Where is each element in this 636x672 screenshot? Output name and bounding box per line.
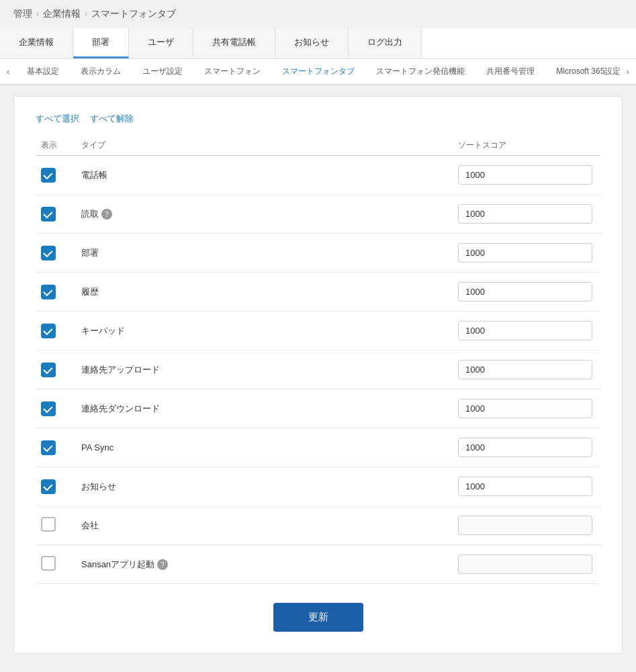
deselect-all-link[interactable]: すべて解除 — [90, 113, 134, 125]
sub-tabs-right-arrow[interactable]: › — [620, 61, 636, 82]
score-input-contactDownload[interactable] — [458, 399, 592, 418]
table-row: 読取? — [36, 195, 600, 234]
score-input-contactUpload[interactable] — [458, 360, 592, 379]
checkbox-oshirase[interactable] — [41, 479, 56, 494]
table-row: キーパッド — [36, 311, 600, 350]
table-row: 電話帳 — [36, 156, 600, 195]
table-row: Sansanアプリ起動? — [36, 545, 600, 584]
breadcrumb-item-1: 管理 — [13, 8, 32, 20]
type-label-rireki: 履歴 — [81, 287, 99, 297]
checkbox-keypad[interactable] — [41, 324, 56, 338]
score-input-busho[interactable] — [458, 243, 592, 262]
tab-user[interactable]: ユーザ — [129, 28, 193, 58]
type-label-busho: 部署 — [81, 248, 99, 258]
main-tabs: 企業情報 部署 ユーザ 共有電話帳 お知らせ ログ出力 — [0, 28, 636, 59]
help-icon-sansanApp[interactable]: ? — [157, 559, 168, 570]
sub-tab-smartphone-send[interactable]: スマートフォン発信機能 — [365, 59, 475, 84]
sub-tab-user-settings[interactable]: ユーザ設定 — [132, 59, 193, 84]
table-row: 連絡先ダウンロード — [36, 389, 600, 428]
type-label-dokuto: 読取 — [81, 209, 99, 219]
col-header-type: タイプ — [76, 136, 453, 156]
table-row: お知らせ — [36, 467, 600, 506]
sub-tab-ms365[interactable]: Microsoft 365設定 — [545, 59, 619, 84]
sub-tab-columns[interactable]: 表示カラム — [70, 59, 132, 84]
score-input-sansanApp[interactable] — [458, 555, 592, 574]
tab-logout[interactable]: ログ出力 — [349, 28, 422, 58]
checkbox-rireki[interactable] — [41, 285, 56, 299]
select-actions: すべて選択 すべて解除 — [36, 113, 600, 125]
sub-tab-smartphone-tab[interactable]: スマートフォンタブ — [271, 59, 365, 84]
checkbox-contactUpload[interactable] — [41, 363, 56, 377]
col-header-score: ソートスコア — [453, 136, 600, 156]
score-input-oshirase[interactable] — [458, 477, 592, 496]
breadcrumb-separator-2: › — [85, 9, 87, 19]
type-label-contactDownload: 連絡先ダウンロード — [81, 403, 160, 414]
checkbox-dokuto[interactable] — [41, 207, 56, 222]
type-label-paSync: PA Sync — [81, 442, 113, 452]
type-label-oshirase: お知らせ — [81, 481, 116, 491]
table-row: 連絡先アップロード — [36, 350, 600, 389]
breadcrumb-item-3: スマートフォンタブ — [91, 8, 176, 20]
help-icon-dokuto[interactable]: ? — [101, 209, 112, 220]
select-all-link[interactable]: すべて選択 — [36, 113, 79, 125]
breadcrumb-separator-1: › — [36, 9, 39, 19]
tab-notice[interactable]: お知らせ — [275, 28, 349, 58]
type-label-keypad: キーパッド — [81, 326, 125, 336]
score-input-paSync[interactable] — [458, 438, 592, 457]
type-label-sansanApp: Sansanアプリ起動 — [81, 559, 154, 569]
table-row: 履歴 — [36, 273, 600, 311]
table-row: 会社 — [36, 506, 600, 545]
table-row: PA Sync — [36, 428, 600, 467]
score-input-kaisha[interactable] — [458, 516, 592, 535]
score-input-denwacho[interactable] — [458, 165, 592, 185]
sub-tabs-wrapper: ‹ 基本設定 表示カラム ユーザ設定 スマートフォン スマートフォンタブ スマー… — [0, 59, 636, 85]
checkbox-paSync[interactable] — [41, 440, 56, 455]
update-button[interactable]: 更新 — [273, 603, 363, 632]
type-label-denwacho: 電話帳 — [81, 170, 107, 180]
table-row: 部署 — [36, 234, 600, 273]
col-header-display: 表示 — [36, 136, 76, 156]
score-input-keypad[interactable] — [458, 321, 592, 340]
checkbox-denwacho[interactable] — [41, 168, 56, 183]
tab-company[interactable]: 企業情報 — [0, 28, 73, 58]
score-input-dokuto[interactable] — [458, 204, 592, 224]
breadcrumb-item-2: 企業情報 — [43, 8, 81, 20]
checkbox-kaisha[interactable] — [41, 517, 56, 532]
main-table: 表示 タイプ ソートスコア 電話帳読取?部署履歴キーパッド連絡先アップロード連絡… — [36, 136, 600, 584]
breadcrumb: 管理 › 企業情報 › スマートフォンタブ — [0, 0, 636, 28]
checkbox-sansanApp[interactable] — [41, 556, 56, 571]
tab-phonebook[interactable]: 共有電話帳 — [193, 28, 275, 58]
sub-tab-shared-num[interactable]: 共用番号管理 — [475, 59, 545, 84]
checkbox-contactDownload[interactable] — [41, 401, 56, 416]
type-label-contactUpload: 連絡先アップロード — [81, 365, 160, 375]
sub-tab-basic[interactable]: 基本設定 — [16, 59, 70, 84]
sub-tabs-nav: 基本設定 表示カラム ユーザ設定 スマートフォン スマートフォンタブ スマートフ… — [16, 59, 619, 84]
content-area: すべて選択 すべて解除 表示 タイプ ソートスコア 電話帳読取?部署履歴キーパッ… — [13, 96, 623, 654]
tab-department[interactable]: 部署 — [73, 28, 129, 58]
score-input-rireki[interactable] — [458, 282, 592, 301]
type-label-kaisha: 会社 — [81, 520, 99, 530]
checkbox-busho[interactable] — [41, 246, 56, 260]
sub-tabs-left-arrow[interactable]: ‹ — [0, 61, 16, 82]
sub-tab-smartphone[interactable]: スマートフォン — [193, 59, 271, 84]
